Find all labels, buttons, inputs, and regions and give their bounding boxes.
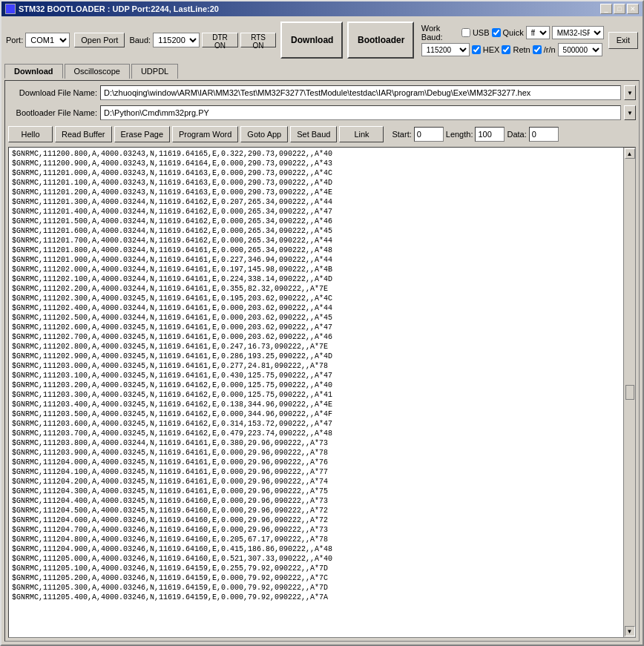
mm32isp-select[interactable]: MM32-ISPCustom xyxy=(552,26,604,39)
rts-button[interactable]: RTS ON xyxy=(240,33,276,47)
tab-udpdl[interactable]: UDPDL xyxy=(131,64,178,79)
output-textarea[interactable] xyxy=(9,148,623,637)
retn-label: Retn xyxy=(513,45,530,54)
port-label: Port: xyxy=(6,36,23,45)
port-group: Port: COM1COM2COM3 xyxy=(6,33,70,47)
rn-label: /r/n xyxy=(544,45,556,54)
scroll-up-button[interactable]: ▲ xyxy=(625,148,635,159)
hex-check-group: HEX xyxy=(472,45,500,54)
main-panel: Download File Name: ▼ Bootloader File Na… xyxy=(4,80,640,642)
bootloader-file-input[interactable] xyxy=(100,105,621,120)
main-window: STM32 BOOTLOADER : UDP Port:2244, LastLi… xyxy=(0,0,644,646)
download-button[interactable]: Download xyxy=(280,22,343,59)
length-label: Length: xyxy=(446,130,473,139)
work-baud-section: Work Baud: USB Quick ff7f MM32-ISPCustom xyxy=(421,24,604,56)
scroll-down-button[interactable]: ▼ xyxy=(625,626,635,636)
rn-check-group: /r/n xyxy=(533,45,556,54)
baud-label: Baud: xyxy=(129,36,151,45)
tab-oscilloscope[interactable]: Oscilloscope xyxy=(65,64,130,79)
data-input[interactable] xyxy=(529,127,559,142)
baud-select[interactable]: 115200960057600 xyxy=(153,33,200,47)
start-input[interactable] xyxy=(414,127,444,142)
app-icon xyxy=(5,4,16,14)
title-bar-buttons: _ □ ✕ xyxy=(600,4,639,14)
rn-checkbox[interactable] xyxy=(533,45,542,54)
top-toolbar: Port: COM1COM2COM3 Open Port Baud: 11520… xyxy=(4,19,640,61)
retn-checkbox[interactable] xyxy=(502,45,510,54)
tab-download[interactable]: Download xyxy=(4,64,63,79)
baud-group: Baud: 115200960057600 DTR ON RTS ON xyxy=(129,33,276,47)
work-baud-label: Work Baud: xyxy=(421,24,459,42)
bootloader-file-label: Bootloader File Name: xyxy=(8,108,97,117)
hex-label: HEX xyxy=(483,45,500,54)
start-label: Start: xyxy=(392,130,411,139)
quick-check-group: Quick xyxy=(492,28,524,37)
bootloader-file-row: Bootloader File Name: ▼ xyxy=(8,104,636,122)
wb-row1: Work Baud: USB Quick ff7f MM32-ISPCustom xyxy=(421,24,604,42)
actions-row: Hello Read Buffer Erase Page Program Wor… xyxy=(8,124,636,145)
start-group: Start: Length: Data: xyxy=(392,127,558,142)
vertical-scrollbar[interactable]: ▲ ▼ xyxy=(623,148,635,637)
title-bar: STM32 BOOTLOADER : UDP Port:2244, LastLi… xyxy=(1,1,643,16)
minimize-button[interactable]: _ xyxy=(600,4,612,14)
wb-baud-select[interactable]: 1152009600 xyxy=(421,43,470,56)
quick-checkbox[interactable] xyxy=(492,28,501,37)
hex-checkbox[interactable] xyxy=(472,45,481,54)
window-content: Port: COM1COM2COM3 Open Port Baud: 11520… xyxy=(1,16,643,645)
bootloader-browse-button[interactable]: ▼ xyxy=(624,105,636,120)
output-container: ▲ ▼ xyxy=(8,147,636,638)
set-baud-button[interactable]: Set Baud xyxy=(290,126,337,142)
wb-row2: 1152009600 HEX Retn /r/n xyxy=(421,43,604,56)
quick-label: Quick xyxy=(503,28,524,37)
hello-button[interactable]: Hello xyxy=(8,126,53,142)
bootloader-button[interactable]: Bootloader xyxy=(347,22,414,59)
link-button[interactable]: Link xyxy=(339,126,384,142)
quick-value-select[interactable]: ff7f xyxy=(526,26,550,39)
exit-button[interactable]: Exit xyxy=(608,32,638,49)
data-label: Data: xyxy=(507,130,526,139)
length-input[interactable] xyxy=(475,127,505,142)
erase-page-button[interactable]: Erase Page xyxy=(114,126,170,142)
download-file-input[interactable] xyxy=(100,85,621,100)
close-button[interactable]: ✕ xyxy=(627,4,639,14)
speed-select[interactable]: 5000001000000 xyxy=(558,43,602,56)
maximize-button[interactable]: □ xyxy=(614,4,625,14)
usb-label: USB xyxy=(473,28,490,37)
download-file-label: Download File Name: xyxy=(8,88,97,97)
goto-app-button[interactable]: Goto App xyxy=(240,126,288,142)
usb-checkbox[interactable] xyxy=(461,28,470,37)
open-port-button[interactable]: Open Port xyxy=(74,33,125,47)
program-word-button[interactable]: Program Word xyxy=(172,126,238,142)
title-bar-text: STM32 BOOTLOADER : UDP Port:2244, LastLi… xyxy=(5,4,219,14)
download-file-row: Download File Name: ▼ xyxy=(8,84,636,102)
download-browse-button[interactable]: ▼ xyxy=(624,85,636,100)
tab-bar: Download Oscilloscope UDPDL xyxy=(4,63,640,78)
retn-check-group: Retn xyxy=(502,45,530,54)
scroll-thumb[interactable] xyxy=(625,385,634,400)
dtr-button[interactable]: DTR ON xyxy=(202,33,238,47)
read-buffer-button[interactable]: Read Buffer xyxy=(55,126,112,142)
usb-check-group: USB xyxy=(461,28,490,37)
port-select[interactable]: COM1COM2COM3 xyxy=(25,33,70,47)
